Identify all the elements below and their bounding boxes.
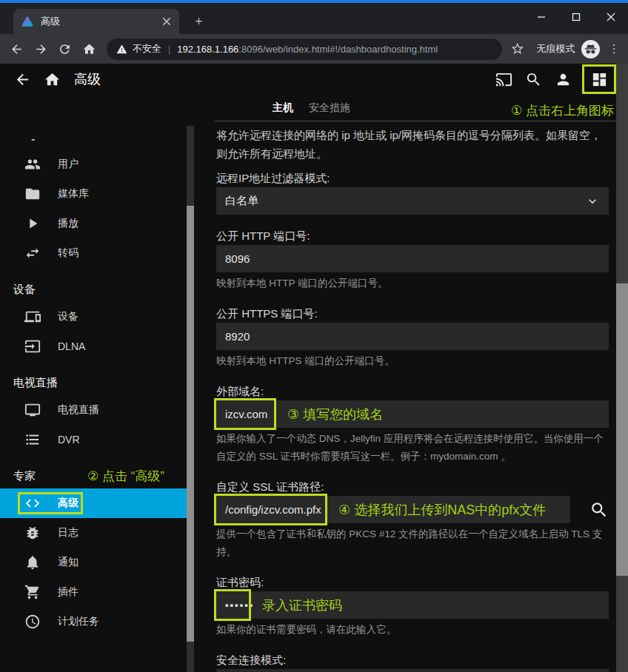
cert-password-input[interactable] [216, 591, 609, 619]
browser-menu-icon[interactable]: ⋮ [607, 41, 621, 57]
bell-icon [24, 554, 41, 571]
tabs-divider [215, 121, 615, 121]
play-icon [24, 215, 41, 232]
tab-close-icon[interactable] [160, 15, 173, 28]
tab-security[interactable]: 安全措施 [309, 101, 350, 115]
dashboard-highlight-box [582, 64, 616, 94]
incognito-label: 无痕模式 [536, 42, 575, 56]
main-scrollbar-thumb[interactable] [616, 283, 628, 576]
ssl-path-input[interactable] [216, 496, 570, 523]
sidebar-item-transcoding[interactable]: 转码 [0, 238, 187, 268]
maximize-button[interactable] [558, 0, 593, 34]
http-port-input[interactable] [216, 245, 609, 272]
sidebar-section-label: 电视直播 [13, 376, 58, 390]
search-icon[interactable] [518, 64, 548, 94]
remote-filter-value: 白名单 [225, 194, 258, 208]
ssl-path-helper: 提供一个包含了证书和私钥的 PKCS #12 文件的路径以在一个自定义域名上启动… [216, 523, 609, 561]
sidebar-section-livetv: 电视直播 [0, 370, 187, 395]
browser-toolbar: 不安全 | 192.168.1.166:8096/web/index.html#… [0, 34, 628, 64]
field-ssl-path: 自定义 SSL 证书路径: ④ 选择我们上传到NAS中的pfx文件 提供一个包含… [216, 480, 609, 561]
omnibox-separator: | [168, 44, 170, 55]
https-port-label: 公开 HTTPS 端口号: [216, 307, 609, 320]
close-window-button[interactable] [593, 0, 628, 34]
sidebar-item-libraries[interactable]: 媒体库 [0, 179, 187, 209]
sidebar-item-label: 高级 [58, 497, 78, 510]
sidebar-item-plugins[interactable]: 插件 [0, 577, 187, 607]
user-icon[interactable] [548, 64, 578, 94]
remote-filter-label: 远程IP地址过滤器模式: [216, 172, 609, 184]
sidebar-item-general[interactable]: 常规 [0, 139, 187, 149]
remote-ip-intro-text: 将允许远程连接的网络的 ip 地址或 ip/网掩码条目的逗号分隔列表。如果留空，… [216, 126, 609, 163]
sidebar-item-livetv[interactable]: 电视直播 [0, 395, 187, 425]
tv-icon [24, 402, 41, 418]
new-tab-button[interactable] [188, 10, 209, 31]
sidebar-item-label: 媒体库 [58, 187, 89, 201]
sidebar-item-dlna[interactable]: DLNA [0, 332, 187, 361]
sidebar-item-playback[interactable]: 播放 [0, 209, 187, 238]
devices-icon [24, 309, 41, 325]
sidebar-item-dvr[interactable]: DVR [0, 425, 187, 454]
sidebar-section-label: 专家 [13, 469, 36, 483]
incognito-icon [581, 40, 600, 58]
cast-icon[interactable] [489, 64, 518, 94]
sidebar-item-label: 转码 [58, 246, 78, 260]
sidebar-item-label: DVR [58, 434, 80, 446]
dashboard-icon[interactable] [584, 64, 614, 94]
field-secure-mode: 安全连接模式: 首选，但不是必需的 [216, 653, 609, 672]
app-back-icon[interactable] [7, 64, 37, 94]
sidebar-item-label: 通知 [58, 556, 78, 569]
window-controls [524, 0, 628, 34]
address-bar[interactable]: 不安全 | 192.168.1.166:8096/web/index.html#… [107, 38, 502, 60]
remote-filter-select[interactable]: 白名单 [216, 187, 609, 215]
sidebar-item-label: 常规 [58, 139, 78, 141]
clock-icon [24, 614, 41, 630]
domain-input[interactable] [216, 400, 609, 428]
hosting-form: 将允许远程连接的网络的 ip 地址或 ip/网掩码条目的逗号分隔列表。如果留空，… [216, 126, 609, 672]
http-port-label: 公开 HTTP 端口号: [216, 229, 609, 242]
sidebar-item-devices[interactable]: 设备 [0, 302, 187, 332]
sidebar-item-advanced[interactable]: 高级 [0, 488, 187, 518]
reload-button[interactable] [56, 39, 74, 58]
sidebar-section-label: 设备 [13, 283, 36, 297]
sidebar-item-users[interactable]: 用户 [0, 149, 187, 179]
list-icon [24, 431, 41, 448]
bug-icon [24, 525, 41, 541]
forward-button[interactable] [31, 39, 50, 58]
people-icon [24, 156, 41, 172]
settings-tabs: 主机 安全措施 [273, 96, 350, 120]
tab-host[interactable]: 主机 [273, 101, 293, 115]
secure-mode-label: 安全连接模式: [216, 653, 609, 666]
gear-icon [24, 139, 41, 143]
sidebar: 常规用户媒体库播放转码设备设备DLNA电视直播电视直播DVR专家高级日志通知插件… [0, 139, 187, 672]
minimize-button[interactable] [524, 0, 558, 34]
folder-icon [24, 186, 41, 202]
annotation-step1: ① 点击右上角图标 [511, 102, 614, 119]
cert-password-label: 证书密码: [216, 576, 609, 588]
app-home-icon[interactable] [37, 64, 67, 94]
annotation-step2: ② 点击 “高级” [87, 468, 164, 485]
app-header: 高级 [0, 64, 616, 95]
sidebar-item-scheduled-tasks[interactable]: 计划任务 [0, 607, 187, 636]
sidebar-item-label: 播放 [58, 217, 78, 230]
secure-mode-select[interactable]: 首选，但不是必需的 [216, 669, 609, 672]
field-remote-filter: 远程IP地址过滤器模式: 白名单 [216, 172, 609, 215]
url-host: 192.168.1.166 [177, 44, 238, 55]
back-button[interactable] [7, 39, 26, 58]
jellyfin-app: 高级 主机 安全措施 ① 点击右上角图标 常规用户媒体库播放转码设备设备DLNA… [0, 64, 628, 672]
http-port-helper: 映射到本地 HTTP 端口的公开端口号。 [216, 272, 609, 292]
swap-icon [24, 245, 41, 261]
sidebar-item-label: DLNA [58, 340, 85, 352]
browse-file-icon[interactable] [589, 500, 609, 520]
sidebar-item-label: 电视直播 [58, 403, 99, 417]
bookmark-star-icon[interactable] [510, 41, 525, 56]
sidebar-item-logs[interactable]: 日志 [0, 518, 187, 548]
home-button[interactable] [79, 39, 98, 58]
browser-tab[interactable]: 高级 [13, 9, 179, 34]
sidebar-item-notifications[interactable]: 通知 [0, 548, 187, 577]
sidebar-item-label: 日志 [58, 526, 78, 540]
https-port-input[interactable] [216, 323, 609, 350]
sidebar-scrollbar-thumb[interactable] [187, 206, 194, 642]
chevron-down-icon [585, 194, 600, 209]
https-port-helper: 映射到本地 HTTPS 端口的公开端口号。 [216, 350, 609, 370]
not-secure-icon[interactable] [116, 44, 127, 55]
